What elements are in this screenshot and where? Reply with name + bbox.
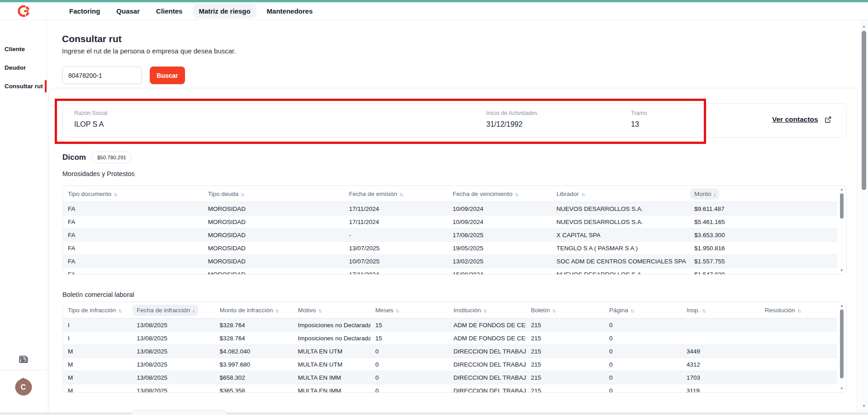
scroll-up-icon[interactable]: ▲	[839, 188, 844, 191]
search-button[interactable]: Buscar	[150, 67, 185, 84]
bottom-scroll-track[interactable]	[0, 412, 868, 415]
page-scrollbar[interactable]: ▲ ▼	[860, 20, 868, 413]
column-header[interactable]: Librador↑↓	[551, 186, 689, 202]
table-cell: 13/08/2025	[132, 319, 214, 332]
table-cell: DIRECCION DEL TRABAJO	[449, 371, 526, 384]
table-cell	[760, 332, 837, 345]
table-cell: -	[344, 229, 447, 242]
table-cell: 13/08/2025	[132, 384, 214, 393]
sidebar-item-deudor[interactable]: Deudor	[0, 60, 47, 75]
field-value: 31/12/1992	[486, 120, 537, 129]
morosidades-table: Tipo documento↑↓Tipo deuda↑↓Fecha de emi…	[62, 186, 847, 275]
column-header[interactable]: Fecha de emisión↑↓	[344, 186, 447, 202]
table-cell: NUEVOS DESARROLLOS S.A.	[551, 202, 689, 215]
scroll-down-icon[interactable]: ▼	[860, 404, 868, 408]
column-header[interactable]: Tipo de infracción↑↓	[63, 302, 132, 319]
scrollbar-thumb[interactable]	[862, 31, 866, 190]
nav-item-matriz-de-riesgo[interactable]: Matriz de riesgo	[193, 4, 256, 18]
sidebar-item-consultar-rut[interactable]: Consultar rut	[0, 79, 47, 94]
table-cell: ADM DE FONDOS DE CESA...	[449, 319, 526, 332]
table-row[interactable]: I13/08/2025$328.764Imposiciones no Decla…	[63, 319, 837, 332]
table-cell: 17/11/2024	[344, 268, 447, 275]
app-header: FactoringQuasarClientesMatriz de riesgoM…	[0, 2, 868, 20]
table-row[interactable]: I13/08/2025$328.764Imposiciones no Decla…	[63, 332, 837, 345]
scrollbar-thumb[interactable]	[840, 310, 844, 378]
ver-contactos-link[interactable]: Ver contactos	[772, 115, 832, 124]
table-cell: Imposiciones no Declaradas	[293, 319, 370, 332]
table-cell: 0	[604, 358, 682, 371]
field-label: Tramo	[631, 110, 647, 116]
column-header[interactable]: Meses↑↓	[370, 302, 449, 319]
table-cell: TENGLO S A ( PASMAR S A )	[551, 242, 689, 255]
table-cell: 215	[526, 358, 604, 371]
table-row[interactable]: M13/08/2025$3.997.680MULTA EN UTM0DIRECC…	[63, 358, 837, 371]
table-cell: X CAPITAL SPA	[551, 229, 689, 242]
table-cell: NUEVOS DESARROLLOS S.A.	[551, 215, 689, 229]
table-cell: 0	[604, 345, 682, 358]
table-row[interactable]: M13/08/2025$365.358MULTA EN IMM0DIRECCIO…	[63, 384, 837, 393]
table-cell: SOC ADM DE CENTROS COMERCIALES SPA	[551, 255, 689, 268]
scroll-up-icon[interactable]: ▲	[839, 304, 844, 308]
table-row[interactable]: FAMOROSIDAD10/07/202513/02/2025SOC ADM D…	[63, 255, 837, 268]
sidebar-items: ClienteDeudorConsultar rut	[0, 20, 47, 94]
news-icon[interactable]	[18, 353, 29, 365]
column-header[interactable]: Tipo documento↑↓	[63, 186, 203, 202]
table-cell: NUEVOS DESARROLLOS S.A.	[551, 268, 689, 275]
scroll-up-icon[interactable]: ▲	[860, 24, 868, 29]
table-cell: MULTA EN IMM	[293, 384, 370, 393]
table-row[interactable]: M13/08/2025$658.302MULTA EN IMM0DIRECCIO…	[63, 371, 837, 384]
table-row[interactable]: FAMOROSIDAD-17/08/2025X CAPITAL SPA$3.65…	[63, 229, 837, 242]
table-cell: FA	[63, 215, 203, 229]
rut-search-input[interactable]	[62, 67, 142, 84]
column-header[interactable]: Institución↑↓	[449, 302, 526, 319]
app-logo[interactable]	[0, 5, 47, 17]
user-avatar[interactable]: C	[15, 379, 32, 396]
column-header[interactable]: Fecha de vencimiento↑↓	[448, 186, 551, 202]
column-header[interactable]: Monto de infracción↑↓	[215, 302, 293, 319]
search-row: Buscar	[62, 67, 185, 84]
sort-both-icon: ↑↓	[114, 191, 117, 197]
nav-item-clientes[interactable]: Clientes	[150, 4, 188, 18]
column-header[interactable]: Monto↓	[689, 186, 837, 202]
table-cell: 0	[604, 319, 682, 332]
column-header[interactable]: Tipo deuda↑↓	[203, 186, 344, 202]
pagination-control-partial[interactable]	[131, 410, 227, 415]
table-cell	[760, 319, 837, 332]
column-header[interactable]: Fecha de infracción↓	[132, 302, 214, 319]
table-cell: 15/08/2024	[448, 268, 551, 275]
table-cell: MOROSIDAD	[203, 215, 344, 229]
scrollbar-thumb[interactable]	[840, 193, 844, 219]
table-cell: MULTA EN UTM	[293, 345, 370, 358]
table-cell: 17/08/2025	[448, 229, 551, 242]
nav-item-quasar[interactable]: Quasar	[110, 4, 146, 18]
table-cell: 215	[526, 319, 604, 332]
sort-both-icon: ↑↓	[581, 191, 584, 197]
table-cell: 13/07/2025	[344, 242, 447, 255]
scroll-down-icon[interactable]: ▼	[839, 387, 844, 391]
table-row[interactable]: FAMOROSIDAD17/11/202415/08/2024NUEVOS DE…	[63, 268, 837, 275]
nav-item-factoring[interactable]: Factoring	[63, 4, 106, 18]
table-row[interactable]: FAMOROSIDAD17/11/202410/09/2024NUEVOS DE…	[63, 202, 837, 215]
table-row[interactable]: FAMOROSIDAD17/11/202410/09/2024NUEVOS DE…	[63, 215, 837, 229]
dicom-amount-badge: $50.780.291	[92, 152, 132, 163]
table-row[interactable]: FAMOROSIDAD13/07/202519/05/2025TENGLO S …	[63, 242, 837, 255]
sidebar-item-cliente[interactable]: Cliente	[0, 42, 47, 57]
column-header[interactable]: Resolución↑↓	[760, 302, 837, 319]
table-cell: MOROSIDAD	[203, 268, 344, 275]
table-scrollbar[interactable]: ▲ ▼	[839, 304, 844, 391]
column-header[interactable]: Boletín↑↓	[526, 302, 604, 319]
table-cell: MOROSIDAD	[203, 255, 344, 268]
column-header[interactable]: Motivo↑↓	[293, 302, 370, 319]
table-cell: $328.764	[215, 332, 293, 345]
table-cell: MULTA EN IMM	[293, 371, 370, 384]
table-row[interactable]: M13/08/2025$4.082.040MULTA EN UTM0DIRECC…	[63, 345, 837, 358]
column-header[interactable]: Página↑↓	[604, 302, 682, 319]
table-cell: 0	[370, 358, 449, 371]
column-header[interactable]: Insp.↑↓	[682, 302, 760, 319]
table-cell: $658.302	[215, 371, 293, 384]
table-cell: 215	[526, 371, 604, 384]
boletin-table: Tipo de infracción↑↓Fecha de infracción↓…	[62, 302, 847, 393]
scroll-down-icon[interactable]: ▼	[839, 269, 844, 272]
table-scrollbar[interactable]: ▲ ▼	[839, 188, 844, 272]
nav-item-mantenedores[interactable]: Mantenedores	[261, 4, 319, 18]
